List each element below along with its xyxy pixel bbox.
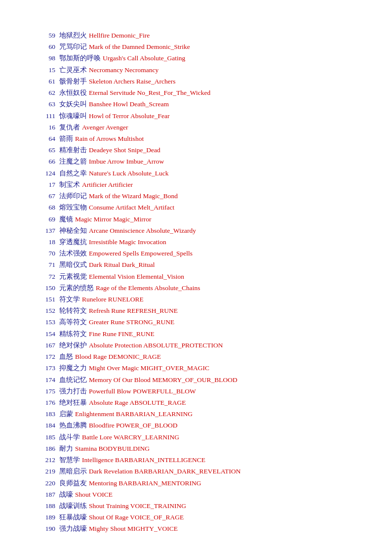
entry-chinese: 制宝术 bbox=[59, 179, 80, 190]
list-item: 15亡灵巫术 Necromancy Necromancy bbox=[39, 64, 353, 76]
entry-number: 186 bbox=[39, 443, 55, 454]
entry-chinese: 绝对狂暴 bbox=[59, 397, 87, 408]
entry-chinese: 高等符文 bbox=[59, 316, 87, 328]
entry-chinese: 自然之幸 bbox=[59, 168, 87, 179]
entry-english: Fine Rune FINE_RUNE bbox=[89, 328, 155, 340]
entry-number: 172 bbox=[39, 351, 55, 362]
entry-number: 16 bbox=[39, 122, 55, 133]
list-item: 150元素的愤怒 Rage of the Elements Absolute_C… bbox=[39, 282, 353, 294]
entry-number: 187 bbox=[39, 489, 55, 500]
entry-number: 188 bbox=[39, 500, 55, 512]
entry-english: Banshee Howl Death_Scream bbox=[89, 98, 169, 110]
entry-english: Artificier Artificier bbox=[82, 179, 133, 190]
entry-english: Dark Ritual Dark_Ritual bbox=[89, 259, 155, 270]
entry-english: Eternal Servitude No_Rest_For_The_Wicked bbox=[89, 87, 210, 98]
list-item: 17制宝术 Artificier Artificier bbox=[39, 179, 353, 190]
entry-chinese: 精准射击 bbox=[59, 144, 87, 156]
entry-english: Consume Artifact Melt_Artifact bbox=[89, 202, 174, 213]
entry-english: Arcane Omniscience Absolute_Wizardy bbox=[89, 225, 196, 236]
entry-number: 176 bbox=[39, 397, 55, 408]
entry-chinese: 亡灵巫术 bbox=[59, 64, 87, 76]
entry-number: 184 bbox=[39, 420, 55, 431]
entry-chinese: 耐力 bbox=[59, 443, 73, 454]
entry-chinese: 法术强效 bbox=[59, 248, 87, 259]
entry-english: Runelore RUNELORE bbox=[82, 294, 144, 305]
entry-chinese: 熔毁宝物 bbox=[59, 202, 87, 213]
entry-chinese: 黑暗启示 bbox=[59, 466, 87, 477]
list-item: 187战嚎 Shout VOICE bbox=[39, 489, 353, 500]
entry-english: Battle Lore WARCRY_LEARNING bbox=[82, 431, 179, 443]
list-item: 176绝对狂暴 Absolute Rage ABSOLUTE_RAGE bbox=[39, 397, 353, 408]
entry-number: 167 bbox=[39, 340, 55, 351]
entry-english: Irresistible Magic Invocation bbox=[89, 236, 166, 248]
list-item: 66注魔之箭 Imbue Arrow Imbue_Arrow bbox=[39, 156, 353, 167]
entry-number: 212 bbox=[39, 454, 55, 466]
entry-english: Stamina BODYBUILDING bbox=[75, 443, 150, 454]
entry-number: 65 bbox=[39, 144, 55, 156]
list-item: 65精准射击 Deadeye Shot Snipe_Dead bbox=[39, 144, 353, 156]
list-item: 167绝对保护 Absolute Protection ABSOLUTE_PRO… bbox=[39, 340, 353, 351]
entry-chinese: 战斗学 bbox=[59, 431, 80, 443]
list-item: 64箭雨 Rain of Arrows Multishot bbox=[39, 133, 353, 144]
entry-english: Mentoring BARBARIAN_MENTORING bbox=[89, 477, 201, 489]
entry-number: 60 bbox=[39, 41, 55, 52]
entry-chinese: 魔镜 bbox=[59, 213, 73, 225]
entry-number: 71 bbox=[39, 259, 55, 270]
entry-chinese: 黑暗仪式 bbox=[59, 259, 87, 270]
entry-english: Memory Of Our Blood MEMORY_OF_OUR_BLOOD bbox=[89, 374, 237, 385]
entry-english: Greater Rune STRONG_RUNE bbox=[89, 316, 174, 328]
entry-chinese: 法师印记 bbox=[59, 190, 87, 202]
list-item: 154精练符文 Fine Rune FINE_RUNE bbox=[39, 328, 353, 340]
entry-english: Imbue Arrow Imbue_Arrow bbox=[89, 156, 164, 167]
entry-english: Rage of the Elements Absolute_Chains bbox=[96, 282, 200, 294]
entry-number: 67 bbox=[39, 190, 55, 202]
entry-number: 59 bbox=[39, 30, 55, 41]
entry-number: 15 bbox=[39, 64, 55, 76]
entry-chinese: 精练符文 bbox=[59, 328, 87, 340]
list-item: 16复仇者 Avenger Avenger bbox=[39, 122, 353, 133]
entry-chinese: 启蒙 bbox=[59, 408, 73, 420]
entry-number: 18 bbox=[39, 236, 55, 248]
entry-chinese: 轮转符文 bbox=[59, 305, 87, 316]
entry-english: Deadeye Shot Snipe_Dead bbox=[89, 144, 160, 156]
list-item: 70法术强效 Empowered Spells Empowered_Spells bbox=[39, 248, 353, 259]
entry-chinese: 血怒 bbox=[59, 351, 73, 362]
entry-english: Mighty Shout MIGHTY_VOICE bbox=[89, 523, 178, 534]
entry-english: Blood Rage DEMONIC_RAGE bbox=[75, 351, 161, 362]
entry-number: 153 bbox=[39, 316, 55, 328]
entry-number: 69 bbox=[39, 213, 55, 225]
entry-chinese: 狂暴战嚎 bbox=[59, 512, 87, 523]
list-item: 111惊魂嚎叫 Howl of Terror Absolute_Fear bbox=[39, 110, 353, 122]
list-item: 175强力打击 Powerfull Blow POWERFULL_BLOW bbox=[39, 385, 353, 397]
entry-number: 111 bbox=[39, 110, 55, 122]
entry-number: 68 bbox=[39, 202, 55, 213]
entry-english: Hellfire Demonic_Fire bbox=[89, 30, 150, 41]
entry-english: Skeleton Archers Raise_Archers bbox=[89, 76, 175, 87]
entry-chinese: 符文学 bbox=[59, 294, 80, 305]
entry-number: 64 bbox=[39, 133, 55, 144]
entry-number: 72 bbox=[39, 271, 55, 282]
entry-english: Nature's Luck Absolute_Luck bbox=[89, 168, 168, 179]
entry-number: 61 bbox=[39, 76, 55, 87]
entry-english: Absolute Protection ABSOLUTE_PROTECTION bbox=[89, 340, 223, 351]
entry-number: 151 bbox=[39, 294, 55, 305]
list-item: 61骸骨射手 Skeleton Archers Raise_Archers bbox=[39, 76, 353, 87]
list-item: 72元素视觉 Elemental Vision Elemental_Vision bbox=[39, 271, 353, 282]
entry-english: Magic Mirror Magic_Mirror bbox=[75, 213, 151, 225]
list-item: 188战嚎训练 Shout Training VOICE_TRAINING bbox=[39, 500, 353, 512]
entry-chinese: 强力打击 bbox=[59, 385, 87, 397]
list-item: 220良师益友 Mentoring BARBARIAN_MENTORING bbox=[39, 477, 353, 489]
entry-chinese: 神秘全知 bbox=[59, 225, 87, 236]
entry-chinese: 良师益友 bbox=[59, 477, 87, 489]
entry-number: 183 bbox=[39, 408, 55, 420]
entry-chinese: 抑魔之力 bbox=[59, 362, 87, 374]
entry-chinese: 鄂加斯的呼唤 bbox=[59, 52, 101, 64]
entry-english: Refresh Rune REFRESH_RUNE bbox=[89, 305, 178, 316]
entry-number: 174 bbox=[39, 374, 55, 385]
entry-chinese: 咒骂印记 bbox=[59, 41, 87, 52]
entry-chinese: 战嚎 bbox=[59, 489, 73, 500]
entry-chinese: 惊魂嚎叫 bbox=[59, 110, 87, 122]
list-item: 63女妖尖叫 Banshee Howl Death_Scream bbox=[39, 98, 353, 110]
entry-english: Enlightenment BARBARIAN_LEARNING bbox=[75, 408, 193, 420]
list-item: 137神秘全知 Arcane Omniscience Absolute_Wiza… bbox=[39, 225, 353, 236]
